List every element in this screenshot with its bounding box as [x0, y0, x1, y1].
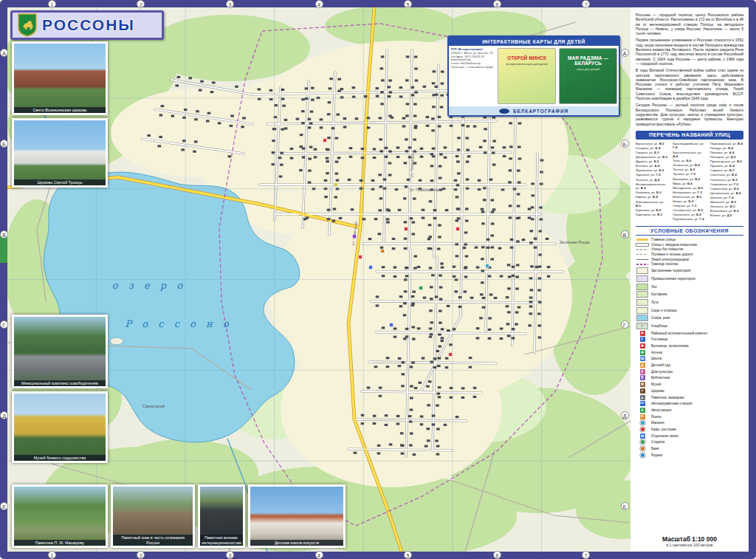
grid-label: 6 — [493, 551, 501, 559]
legend-symbol-icon: М — [636, 382, 649, 387]
legend-symbol-icon — [636, 307, 649, 314]
street-index-entry: Лесная, ул. А-5 — [673, 168, 706, 172]
legend-item: Родник — [636, 453, 743, 458]
street-index-entry: Спортивная, ул. Г-5 — [710, 182, 743, 187]
legend-item: ШШкола — [636, 356, 743, 361]
legend-label: Памятник, мемориал — [651, 396, 684, 399]
legend-symbol-icon — [636, 299, 649, 306]
legend-label: Озёра, реки — [651, 316, 670, 320]
map-legend: Главные улицыУлицы с твёрдым покрытиемУл… — [636, 238, 743, 458]
grid-label: 2 — [137, 551, 145, 559]
legend-symbol-icon: ✚ — [636, 343, 649, 349]
street-index-entry: Королёва, ул. Б-5 — [636, 208, 669, 213]
legend-symbol-icon — [636, 259, 649, 260]
legend-label: Кафе, ресторан — [651, 428, 676, 431]
legend-label: Автозаправочная станция — [651, 402, 692, 405]
legend-item: Кустарник — [636, 291, 743, 298]
grid-label: Д — [621, 411, 629, 419]
street-index: Вокзальная, ул. В-5Гагарина, ул. Б-4Герц… — [636, 142, 743, 222]
street-index-entry: Краснопольская, ул. Д-4 — [673, 151, 706, 159]
street-index-entry: Есенина, ул. А-4 — [636, 164, 669, 168]
legend-symbol-icon — [636, 315, 649, 321]
ad-contact-line: 220029, г. Минск, ул. Красная, 23 — [451, 52, 494, 55]
street-index-entry: Кирова, ул. В-4 — [636, 195, 669, 199]
history-text: Россоны — городской посёлок, центр Россо… — [636, 13, 743, 128]
page-title: РОССОНЫ — [42, 16, 135, 34]
street-index-entry: Центральная, ул. В-4 — [710, 191, 743, 196]
grid-label: 4 — [315, 551, 323, 559]
legend-label: Промышленная территория — [651, 277, 695, 281]
legend-item: ГГостиница — [636, 337, 743, 342]
legend-label: Гостиница — [651, 337, 667, 341]
legend-label: Сады и огороды — [651, 309, 677, 312]
legend-label: Родник — [651, 453, 662, 457]
legend-item: ✚Аптека — [636, 350, 743, 355]
legend-label: Районный исполнительный комитет — [651, 332, 708, 335]
legend-label: Граница посёлка — [651, 262, 678, 266]
town-map: о з е р оР о с с о н оЗелёная РощаСанато… — [7, 7, 630, 552]
photo: Памятник воинам-интернационалистам — [198, 484, 245, 548]
street-index-entry: Пушкина, ул. Б-4 — [710, 164, 743, 168]
street-index-entry: Луговая, ул. Г-6 — [673, 172, 706, 176]
photo-caption: Мемориальный комплекс освободителям — [14, 380, 106, 386]
photo-caption: Памятный знак в честь основания Россон — [113, 535, 193, 546]
legend-label: Школа — [651, 357, 662, 360]
street-index-entry: Невельская, ул. В-6 — [673, 195, 706, 199]
map-sheet: о з е р оР о с с о н оЗелёная РощаСанато… — [0, 0, 756, 559]
grid-label: 4 — [315, 0, 323, 8]
street-index-entry: Партизанская, ул. Г-4 — [673, 217, 706, 222]
lake-island — [110, 337, 123, 345]
legend-item: Сады и огороды — [636, 307, 743, 314]
photo: Мемориальный комплекс освободителям — [12, 315, 108, 388]
legend-item: Улицы с твёрдым покрытием — [636, 243, 743, 247]
street-index-entry: Победы, ул. Б-4 — [710, 146, 743, 151]
legend-symbol-icon: ✚ — [636, 350, 649, 355]
legend-item: †Церковь — [636, 388, 743, 394]
street-index-entry: Октябрьская, ул. В-5 — [673, 208, 706, 213]
legend-header: УСЛОВНЫЕ ОБОЗНАЧЕНИЯ — [636, 226, 743, 236]
legend-symbol-icon — [636, 249, 649, 250]
street-index-entry: Гагарина, ул. Б-4 — [636, 146, 669, 151]
grid-label: Г — [621, 320, 629, 329]
legend-label: Улицы без покрытия — [651, 247, 684, 251]
grid-label: 6 — [493, 0, 501, 8]
grid-label: Б — [0, 140, 8, 148]
legend-symbol-icon: ⚑ — [636, 331, 649, 336]
street-index-entry: Первомайская, ул. В-4 — [710, 142, 743, 146]
ad-footer: БЕЛКАРТОГРАФИЯ — [449, 106, 619, 115]
legend-label: Церковь — [651, 389, 664, 393]
ad-product-1-title: ОТКРОЙ МИНСК — [498, 55, 555, 61]
photo: Свято-Вознесенская церковь — [12, 41, 108, 115]
legend-symbol-icon — [636, 453, 649, 458]
street-index-entry: Южная, ул. Д-5 — [710, 213, 743, 218]
legend-symbol-icon: † — [636, 323, 649, 329]
legend-item: ⚑Районный исполнительный комитет — [636, 331, 743, 336]
legend-label: Автостанция — [651, 408, 671, 412]
photo: Музей боевого содружества — [12, 391, 108, 463]
street-index-entry: Чапаева, ул. Г-4 — [710, 196, 743, 200]
legend-label: Библиотека — [651, 376, 670, 380]
coat-of-arms — [18, 13, 37, 37]
ad-header: ИНТЕРАКТИВНЫЕ КАРТЫ ДЛЯ ДЕТЕЙ — [449, 37, 619, 46]
street-index-entry: Дзержинского, ул. В-3 — [636, 155, 669, 160]
street-index-entry: Молодёжная, ул. Б-5 — [673, 186, 706, 191]
legend-item: Баня — [636, 446, 743, 451]
legend-item: РРынок — [636, 414, 743, 419]
legend-label: Улицы с твёрдым покрытием — [651, 243, 697, 247]
street-index-entry: Орловского, ул. Б-4 — [673, 213, 706, 217]
street-index-entry: Зелёная, ул. Д-4 — [636, 178, 669, 182]
grid-label: 1 — [48, 0, 56, 8]
legend-item: Промышленная территория — [636, 275, 743, 282]
legend-symbol-icon — [636, 427, 649, 432]
legend-item: ✉Отделение связи — [636, 433, 743, 439]
legend-label: Отделение связи — [651, 434, 678, 438]
legend-symbol-icon — [636, 275, 649, 282]
sheet-canvas: о з е р оР о с с о н оЗелёная РощаСанато… — [7, 7, 749, 552]
grid-label: А — [0, 49, 8, 57]
ad-contacts: РУП «Белкартография»220029, г. Минск, ул… — [449, 46, 496, 106]
legend-symbol-icon: Б — [636, 375, 649, 380]
legend-label: Главные улицы — [651, 238, 676, 241]
street-index-entry: Юбилейная, ул. Б-5 — [710, 209, 743, 213]
scale-sub: в 1 сантиметре 100 метров — [636, 543, 743, 547]
legend-item: Стадион — [636, 439, 743, 445]
